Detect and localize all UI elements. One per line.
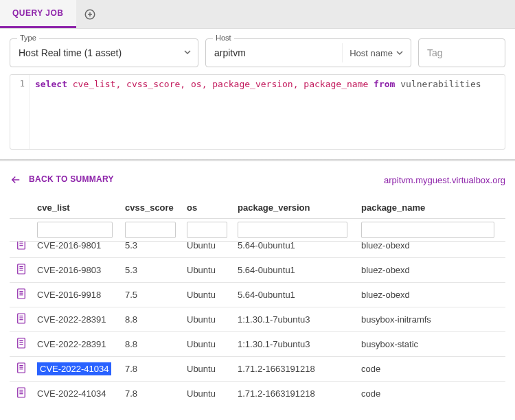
cell-os: Ubuntu [183,307,233,332]
cell-pkgn: code [357,382,505,401]
sql-code[interactable]: select cve_list, cvss_score, os, package… [30,75,487,149]
host-label: Host [213,34,234,42]
svg-rect-8 [18,264,25,274]
document-icon[interactable] [16,264,26,277]
results-pane: BACK TO SUMMARY arpitvm.myguest.virtualb… [0,161,515,401]
cell-cve[interactable]: CVE-2022-28391 [33,307,121,332]
cell-cvss: 7.8 [121,382,183,401]
cell-os: Ubuntu [183,283,233,307]
cell-cvss: 7.5 [121,283,183,307]
cell-cve[interactable]: CVE-2016-9803 [33,258,121,283]
svg-rect-20 [18,338,25,348]
table-row[interactable]: CVE-2022-283918.8Ubuntu1:1.30.1-7ubuntu3… [10,332,505,357]
cell-pkgn: bluez-obexd [357,242,505,258]
cell-os: Ubuntu [183,382,233,401]
table-row[interactable]: CVE-2022-410347.8Ubuntu1.71.2-1663191218… [10,382,505,401]
filter-cvss[interactable] [125,222,176,238]
col-cve[interactable]: cve_list [33,197,121,219]
document-icon[interactable] [16,387,26,400]
cell-cvss: 8.8 [121,307,183,332]
col-pkgn[interactable]: package_name [357,197,505,219]
cell-pkgn: bluez-obexd [357,258,505,283]
host-select[interactable]: Host arpitvm Host name [205,38,411,67]
col-os[interactable]: os [183,197,233,219]
table-row[interactable]: CVE-2016-99187.5Ubuntu5.64-0ubuntu1bluez… [10,283,505,307]
cell-cve[interactable]: CVE-2022-41034 [33,357,121,382]
cell-cvss: 7.8 [121,357,183,382]
filter-os[interactable] [187,222,227,238]
result-hostname: arpitvm.myguest.virtualbox.org [384,175,505,185]
tag-placeholder: Tag [419,39,505,67]
cell-cve[interactable]: CVE-2016-9801 [33,242,121,258]
cell-pkgv: 5.64-0ubuntu1 [233,258,357,283]
cell-pkgn: busybox-initramfs [357,307,505,332]
results-header: cve_list cvss_score os package_version p… [10,197,505,242]
document-icon[interactable] [16,313,26,326]
document-icon[interactable] [16,362,26,375]
svg-rect-24 [18,363,25,373]
cell-pkgn: busybox-static [357,332,505,357]
svg-rect-12 [18,289,25,299]
arrow-left-icon [10,174,22,186]
cell-cvss: 8.8 [121,332,183,357]
filter-bar: Type Host Real time (1 asset) Host arpit… [0,29,515,74]
cell-os: Ubuntu [183,258,233,283]
table-row[interactable]: CVE-2016-98035.3Ubuntu5.64-0ubuntu1bluez… [10,258,505,283]
table-row[interactable]: CVE-2022-283918.8Ubuntu1:1.30.1-7ubuntu3… [10,307,505,332]
cell-pkgn: bluez-obexd [357,283,505,307]
host-value: arpitvm [206,39,342,67]
tab-bar: QUERY JOB [0,0,515,29]
cell-cvss: 5.3 [121,242,183,258]
host-mode[interactable]: Host name [342,43,411,62]
svg-rect-28 [18,388,25,397]
cell-pkgv: 5.64-0ubuntu1 [233,283,357,307]
cell-pkgv: 1.71.2-1663191218 [233,382,357,401]
cell-pkgv: 5.64-0ubuntu1 [233,242,357,258]
col-pkgv[interactable]: package_version [233,197,357,219]
table-row[interactable]: CVE-2022-410347.8Ubuntu1.71.2-1663191218… [10,357,505,382]
col-cvss[interactable]: cvss_score [121,197,183,219]
cell-os: Ubuntu [183,242,233,258]
document-icon[interactable] [16,242,26,252]
cell-cve[interactable]: CVE-2022-28391 [33,332,121,357]
cell-pkgn: code [357,357,505,382]
cell-os: Ubuntu [183,357,233,382]
type-value: Host Real time (1 asset) [10,39,177,67]
svg-rect-16 [18,314,25,323]
back-to-summary-button[interactable]: BACK TO SUMMARY [10,174,114,186]
document-icon[interactable] [16,288,26,301]
tab-query-job[interactable]: QUERY JOB [0,0,76,28]
type-select[interactable]: Type Host Real time (1 asset) [10,38,198,67]
cell-cvss: 5.3 [121,258,183,283]
cell-os: Ubuntu [183,332,233,357]
table-row[interactable]: CVE-2016-98015.3Ubuntu5.64-0ubuntu1bluez… [10,242,505,258]
type-label: Type [17,34,39,42]
cell-pkgv: 1.71.2-1663191218 [233,357,357,382]
document-icon[interactable] [16,338,26,351]
results-body[interactable]: CVE-2016-98015.3Ubuntu5.64-0ubuntu1bluez… [10,242,505,401]
cell-cve[interactable]: CVE-2016-9918 [33,283,121,307]
cell-pkgv: 1:1.30.1-7ubuntu3 [233,307,357,332]
filter-pkgv[interactable] [238,222,347,238]
add-tab-button[interactable] [76,0,104,29]
cell-pkgv: 1:1.30.1-7ubuntu3 [233,332,357,357]
filter-cve[interactable] [37,222,113,238]
cell-cve[interactable]: CVE-2022-41034 [33,382,121,401]
plus-icon [84,8,96,21]
line-gutter: 1 [10,75,30,149]
selected-cell[interactable]: CVE-2022-41034 [37,362,111,375]
chevron-down-icon [177,48,198,58]
chevron-down-icon [396,49,404,57]
filter-pkgn[interactable] [361,222,494,238]
tag-input[interactable]: Tag [418,38,505,67]
sql-editor[interactable]: 1 select cve_list, cvss_score, os, packa… [10,74,505,150]
